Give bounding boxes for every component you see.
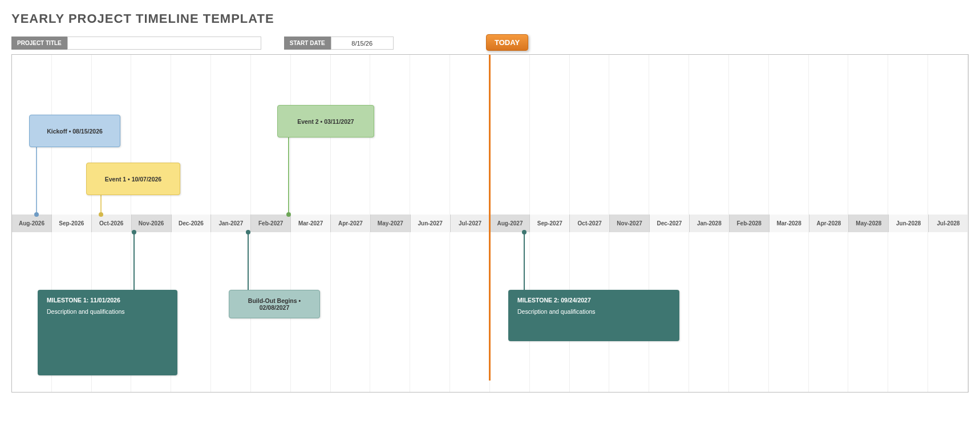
- axis-month: May-2028: [849, 215, 889, 232]
- axis-month: Nov-2027: [610, 215, 650, 232]
- axis-month: Mar-2028: [770, 215, 809, 232]
- today-line: [489, 55, 491, 215]
- axis-month: Jan-2028: [690, 215, 730, 232]
- axis-month: Oct-2027: [570, 215, 610, 232]
- axis-month: Apr-2028: [809, 215, 849, 232]
- axis-month: Oct-2026: [92, 215, 132, 232]
- event-connector: [36, 147, 37, 215]
- start-date-label: START DATE: [284, 37, 331, 50]
- milestone-box[interactable]: MILESTONE 1: 11/01/2026Description and q…: [38, 290, 177, 375]
- start-date-input[interactable]: 8/15/26: [331, 37, 394, 50]
- event-connector: [248, 232, 249, 290]
- axis-month: Apr-2027: [331, 215, 371, 232]
- event-connector: [100, 195, 102, 215]
- axis-month: May-2027: [371, 215, 411, 232]
- today-tag: TODAY: [486, 34, 528, 51]
- today-line: [489, 213, 491, 381]
- axis-month: Feb-2028: [730, 215, 770, 232]
- axis-month: Jun-2027: [411, 215, 451, 232]
- milestone-box[interactable]: MILESTONE 2: 09/24/2027Description and q…: [508, 290, 679, 341]
- axis-month: Dec-2026: [172, 215, 212, 232]
- project-title-input[interactable]: [67, 37, 261, 50]
- axis-month: Sep-2026: [52, 215, 92, 232]
- timeline: Kickoff • 08/15/2026Event 1 • 10/07/2026…: [11, 54, 969, 393]
- axis-month: Sep-2027: [530, 215, 570, 232]
- event-box[interactable]: Build-Out Begins • 02/08/2027: [229, 290, 320, 318]
- event-box[interactable]: Event 1 • 10/07/2026: [86, 163, 180, 195]
- axis-month: Jul-2028: [929, 215, 968, 232]
- axis-month: Jun-2028: [889, 215, 929, 232]
- timeline-upper-area: Kickoff • 08/15/2026Event 1 • 10/07/2026…: [12, 55, 968, 215]
- project-title-group: PROJECT TITLE: [11, 37, 261, 50]
- controls-row: PROJECT TITLE START DATE 8/15/26 TODAY: [11, 37, 969, 50]
- axis-month: Feb-2027: [251, 215, 291, 232]
- event-box[interactable]: Event 2 • 03/11/2027: [277, 105, 374, 137]
- axis-month: Jul-2027: [451, 215, 491, 232]
- project-title-label: PROJECT TITLE: [11, 37, 67, 50]
- axis-month: Aug-2026: [12, 215, 52, 232]
- axis-month: Nov-2026: [132, 215, 172, 232]
- event-connector: [288, 137, 289, 215]
- start-date-group: START DATE 8/15/26: [284, 37, 394, 50]
- axis-month: Mar-2027: [291, 215, 331, 232]
- event-connector: [133, 232, 135, 290]
- event-connector: [524, 232, 525, 290]
- page-title: YEARLY PROJECT TIMELINE TEMPLATE: [11, 11, 969, 26]
- axis-month: Jan-2027: [211, 215, 251, 232]
- event-box[interactable]: Kickoff • 08/15/2026: [29, 115, 120, 147]
- axis-month: Dec-2027: [650, 215, 690, 232]
- timeline-lower-area: Build-Out Begins • 02/08/2027MILESTONE 1…: [12, 232, 968, 392]
